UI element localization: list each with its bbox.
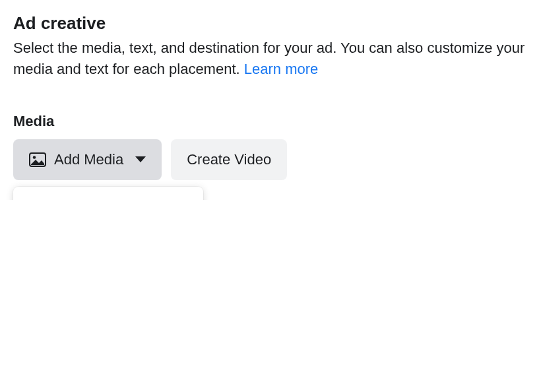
section-title: Ad creative	[13, 13, 528, 34]
svg-point-1	[33, 156, 36, 158]
add-media-dropdown: Add image Add video Add From Catalog	[13, 187, 203, 200]
media-label: Media	[13, 113, 528, 130]
learn-more-link[interactable]: Learn more	[244, 61, 319, 77]
add-media-label: Add Media	[54, 151, 123, 168]
media-button-row: Add Media Create Video	[13, 139, 528, 180]
ad-creative-section: Ad creative Select the media, text, and …	[13, 13, 528, 180]
add-media-button[interactable]: Add Media	[13, 139, 162, 180]
add-image-option[interactable]: Add image	[13, 193, 203, 200]
create-video-label: Create Video	[187, 151, 271, 168]
image-icon	[29, 152, 46, 167]
section-description: Select the media, text, and destination …	[13, 38, 528, 80]
create-video-button[interactable]: Create Video	[171, 139, 287, 180]
chevron-down-icon	[135, 156, 146, 162]
